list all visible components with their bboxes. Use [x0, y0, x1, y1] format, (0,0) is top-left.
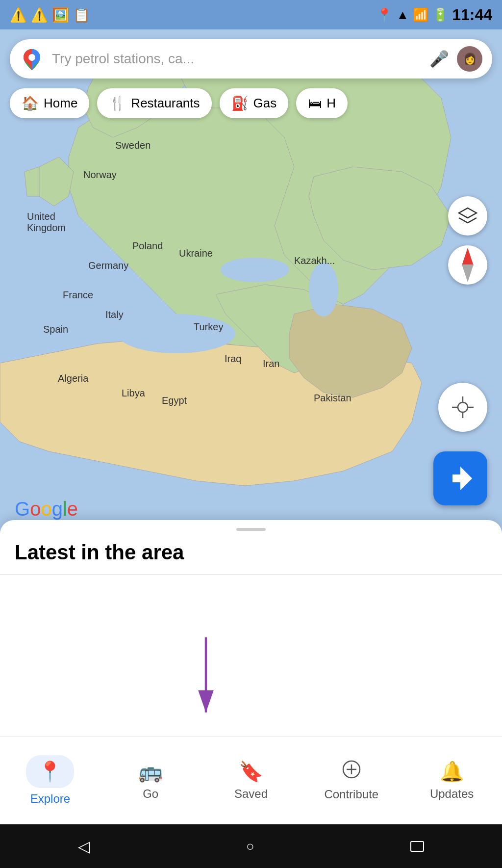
wifi-icon: 📶: [413, 7, 428, 23]
recents-button[interactable]: [410, 841, 424, 852]
map-layers-button[interactable]: [448, 196, 487, 236]
explore-bg: 📍: [26, 755, 74, 788]
nav-go[interactable]: 🚌 Go: [100, 760, 201, 801]
sheet-title: Latest in the area: [0, 531, 502, 569]
layers-icon: [458, 206, 477, 226]
location-button[interactable]: [438, 383, 487, 432]
sheet-divider: [0, 574, 502, 575]
android-nav-bar: ◁ ○: [0, 824, 502, 868]
battery-icon: 🔋: [432, 7, 448, 23]
avatar[interactable]: 👩: [457, 46, 482, 72]
filter-hotels-label: H: [326, 96, 336, 111]
gas-icon: ⛽: [231, 95, 249, 111]
nav-contribute[interactable]: Contribute: [301, 760, 402, 801]
restaurants-icon: 🍴: [109, 95, 126, 111]
back-button[interactable]: ◁: [78, 837, 90, 856]
filter-restaurants-label: Restaurants: [131, 96, 200, 111]
compass-inner: [462, 248, 474, 282]
svg-point-11: [309, 263, 338, 316]
map-area[interactable]: Finland Sweden Norway UnitedKingdom Pola…: [0, 29, 502, 564]
contribute-icon: [342, 760, 361, 784]
svg-point-9: [118, 314, 235, 353]
location-status-icon: 📍: [376, 7, 392, 23]
svg-point-12: [28, 54, 35, 61]
home-button[interactable]: ○: [246, 839, 254, 854]
image-icon: 🖼️: [52, 7, 69, 23]
signal-icon: ▲: [396, 7, 409, 23]
filter-home[interactable]: 🏠 Home: [10, 88, 89, 118]
saved-label: Saved: [234, 787, 268, 801]
nav-explore[interactable]: 📍 Explore: [0, 755, 100, 806]
warning-icon-2: ⚠️: [31, 7, 48, 23]
filter-restaurants[interactable]: 🍴 Restaurants: [97, 88, 211, 118]
my-location-icon: [450, 395, 476, 420]
svg-marker-2: [25, 167, 39, 196]
hotels-icon: 🛏: [308, 95, 322, 111]
search-placeholder[interactable]: Try petrol stations, ca...: [52, 51, 422, 67]
mic-icon[interactable]: 🎤: [429, 50, 449, 68]
google-maps-logo-icon: [20, 47, 44, 71]
filter-gas-label: Gas: [253, 96, 277, 111]
explore-icon: 📍: [38, 760, 62, 783]
compass-needle-bottom-icon: [462, 264, 474, 282]
contribute-circle-plus-icon: [342, 760, 361, 779]
go-icon: 🚌: [138, 760, 163, 783]
compass-button[interactable]: [448, 245, 487, 285]
status-time: 11:44: [452, 6, 492, 24]
svg-point-10: [221, 258, 289, 282]
status-icons-right: 📍 ▲ 📶 🔋 11:44: [376, 6, 492, 24]
screenshot-icon: 📋: [73, 7, 90, 23]
explore-label: Explore: [30, 792, 70, 806]
updates-label: Updates: [430, 787, 474, 801]
svg-marker-19: [452, 467, 472, 490]
updates-icon: 🔔: [440, 760, 464, 783]
directions-button[interactable]: [433, 451, 487, 505]
nav-updates[interactable]: 🔔 Updates: [402, 760, 502, 801]
svg-marker-1: [34, 157, 74, 206]
nav-saved[interactable]: 🔖 Saved: [201, 760, 301, 801]
quick-filters: 🏠 Home 🍴 Restaurants ⛽ Gas 🛏 H: [10, 88, 502, 118]
search-bar[interactable]: Try petrol stations, ca... 🎤 👩: [10, 39, 492, 79]
bottom-nav: 📍 Explore 🚌 Go 🔖 Saved Contribute 🔔 Upda…: [0, 736, 502, 824]
annotation-arrow: [181, 633, 230, 721]
warning-icon-1: ⚠️: [10, 7, 27, 23]
filter-home-label: Home: [44, 96, 77, 111]
directions-icon: [446, 464, 475, 493]
compass-needle-icon: [462, 248, 474, 265]
contribute-label: Contribute: [324, 788, 378, 801]
saved-icon: 🔖: [239, 760, 263, 783]
home-icon: 🏠: [22, 95, 39, 111]
svg-marker-13: [459, 208, 477, 218]
status-bar: ⚠️ ⚠️ 🖼️ 📋 📍 ▲ 📶 🔋 11:44: [0, 0, 502, 29]
svg-point-14: [458, 402, 468, 412]
google-logo-map: Google: [15, 498, 78, 520]
filter-hotels[interactable]: 🛏 H: [296, 88, 348, 118]
filter-gas[interactable]: ⛽ Gas: [220, 88, 289, 118]
status-icons-left: ⚠️ ⚠️ 🖼️ 📋: [10, 7, 90, 23]
go-label: Go: [143, 787, 158, 801]
